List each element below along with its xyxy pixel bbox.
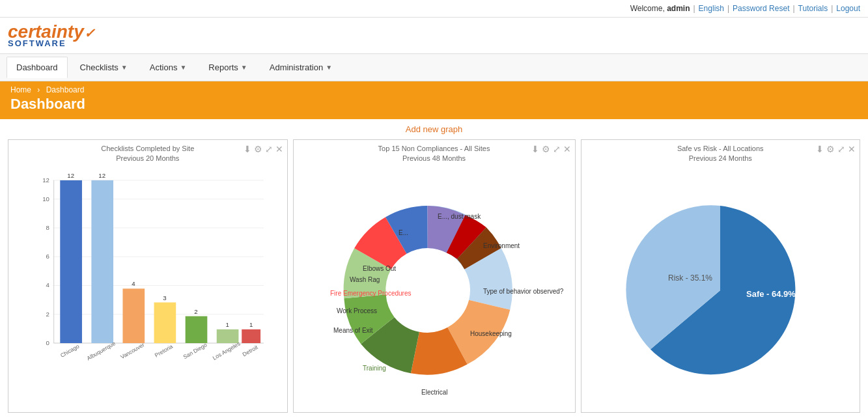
password-reset-link[interactable]: Password Reset [733,4,789,13]
label-type-behavior: Type of behavior observed? [483,288,564,295]
nav-administration[interactable]: Administration ▼ [260,57,342,78]
svg-text:6: 6 [46,253,49,260]
bar-chart-panel: ⬇ ⚙ ⤢ ✕ Checklists Completed by Site Pre… [8,139,288,413]
logo-software-text: SOFTWARE [8,38,95,48]
donut-chart-title: Top 15 Non Compliances - All Sites Previ… [298,144,571,164]
label-elbows-out: Elbows Out [363,265,396,272]
page-title: Dashboard [10,96,858,113]
svg-text:1: 1 [249,321,253,328]
label-means-exit: Means of Exit [333,327,373,334]
svg-text:2: 2 [194,308,197,315]
bar-detroit [242,329,260,343]
donut-chart-panel: ⬇ ⚙ ⤢ ✕ Top 15 Non Compliances - All Sit… [293,139,576,413]
page-header: Home › Dashboard Dashboard [0,81,868,119]
svg-text:0: 0 [46,339,49,346]
label-environment: Environment [483,242,520,249]
svg-text:Chicago: Chicago [59,342,81,359]
label-e: E... [399,229,408,236]
breadcrumb: Home › Dashboard [10,85,858,94]
donut-settings-icon[interactable]: ⚙ [542,144,550,154]
english-link[interactable]: English [699,4,724,13]
pie-close-icon[interactable]: ✕ [848,144,856,154]
charts-row: ⬇ ⚙ ⤢ ✕ Checklists Completed by Site Pre… [0,139,868,418]
breadcrumb-home[interactable]: Home [10,85,31,94]
label-safe: Safe - 64.9% [746,289,796,299]
pie-svg: Safe - 64.9% Risk - 35.1% [596,170,844,404]
pie-settings-icon[interactable]: ⚙ [826,144,835,154]
actions-caret: ▼ [180,64,186,71]
pie-expand-icon[interactable]: ⤢ [837,144,845,154]
logout-link[interactable]: Logout [836,4,860,13]
nav-checklists[interactable]: Checklists ▼ [70,57,137,78]
svg-text:2: 2 [46,310,49,317]
svg-text:12: 12 [98,173,105,179]
donut-close-icon[interactable]: ✕ [563,144,571,154]
label-housekeeping: Housekeeping [470,330,512,337]
bar-losangeles [217,329,239,343]
svg-text:12: 12 [67,173,74,179]
nav-reports[interactable]: Reports ▼ [199,57,257,78]
svg-text:1: 1 [225,321,229,328]
svg-text:8: 8 [46,224,49,231]
bar-chicago [60,180,82,343]
bar-close-icon[interactable]: ✕ [275,144,283,154]
top-bar: Welcome, admin | English | Password Rese… [0,0,868,18]
label-wash-rag: Wash Rag [350,276,380,283]
pie-area: Safe - 64.9% Risk - 35.1% [585,167,856,408]
bar-albuquerque [91,180,113,343]
pie-chart-panel: ⬇ ⚙ ⤢ ✕ Safe vs Risk - All Locations Pre… [581,139,861,413]
administration-caret: ▼ [326,64,332,71]
label-training: Training [363,365,386,372]
svg-text:San Diego: San Diego [182,341,208,360]
bar-chart-title: Checklists Completed by Site Previous 20… [12,144,283,164]
reports-caret: ▼ [241,64,247,71]
username: admin [667,4,690,13]
label-work-process: Work Process [337,307,377,314]
checklists-caret: ▼ [121,64,128,71]
navbar: Dashboard Checklists ▼ Actions ▼ Reports… [0,54,868,81]
svg-text:3: 3 [163,294,166,301]
breadcrumb-current: Dashboard [46,85,85,94]
donut-area: Environment Type of behavior observed? H… [298,167,571,408]
bar-download-icon[interactable]: ⬇ [244,144,251,154]
header: certainty✓ SOFTWARE [0,18,868,54]
bar-vancouver [122,288,145,343]
svg-text:Pretoria: Pretoria [154,343,174,359]
label-fire-emergency: Fire Emergency Procedures [330,290,412,297]
label-electrical: Electrical [421,389,448,396]
logo[interactable]: certainty✓ SOFTWARE [8,23,95,48]
svg-text:Detroit: Detroit [242,344,260,358]
bar-sandiego [186,316,208,342]
donut-svg: Environment Type of behavior observed? H… [298,170,571,404]
welcome-text: Welcome, [630,4,665,13]
bar-settings-icon[interactable]: ⚙ [254,144,262,154]
svg-text:Vancouver: Vancouver [119,341,145,360]
bar-chart-svg: 0 2 4 6 8 10 12 12 12 [32,173,270,382]
bar-chart-area: 0 2 4 6 8 10 12 12 12 [12,167,283,408]
pie-chart-title: Safe vs Risk - All Locations Previous 24… [585,144,856,164]
bar-pretoria [154,302,176,343]
nav-actions[interactable]: Actions ▼ [140,57,197,78]
pie-download-icon[interactable]: ⬇ [816,144,824,154]
tutorials-link[interactable]: Tutorials [798,4,828,13]
bar-expand-icon[interactable]: ⤢ [265,144,273,154]
donut-chart-toolbar: ⬇ ⚙ ⤢ ✕ [531,144,571,154]
svg-text:10: 10 [42,195,49,202]
svg-text:4: 4 [132,280,135,287]
label-dust-mask: E..., dust mask [438,213,481,220]
pie-chart-toolbar: ⬇ ⚙ ⤢ ✕ [816,144,856,154]
add-graph-link[interactable]: Add new graph [406,124,462,134]
svg-text:12: 12 [42,176,49,184]
bar-chart-toolbar: ⬇ ⚙ ⤢ ✕ [244,144,283,154]
add-graph-bar: Add new graph [0,119,868,139]
nav-dashboard[interactable]: Dashboard [7,57,68,78]
svg-text:4: 4 [46,281,50,288]
donut-download-icon[interactable]: ⬇ [531,144,539,154]
donut-expand-icon[interactable]: ⤢ [553,144,561,154]
label-risk: Risk - 35.1% [668,273,712,283]
